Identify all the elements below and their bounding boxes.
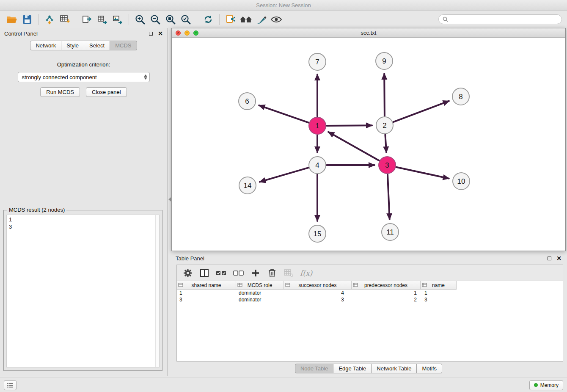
search-input[interactable] bbox=[451, 17, 558, 22]
tab-mcds[interactable]: MCDS bbox=[110, 41, 137, 50]
svg-text:7: 7 bbox=[315, 58, 319, 66]
import-network-button[interactable] bbox=[42, 13, 57, 26]
graph-node-8[interactable]: 8 bbox=[452, 88, 469, 105]
graph-edge-2-3[interactable] bbox=[385, 135, 386, 152]
graph-node-7[interactable]: 7 bbox=[309, 53, 326, 70]
deselect-all-button[interactable] bbox=[233, 268, 244, 279]
tab-select[interactable]: Select bbox=[84, 41, 110, 50]
graph-node-2[interactable]: 2 bbox=[376, 117, 393, 134]
first-neighbors-button[interactable] bbox=[238, 13, 253, 26]
graph-edge-3-10[interactable] bbox=[396, 167, 449, 179]
table-cell: 2 bbox=[352, 297, 421, 303]
result-scrollbar[interactable] bbox=[155, 215, 159, 367]
window-controls: ✕ − + bbox=[176, 30, 198, 36]
save-session-button[interactable] bbox=[19, 13, 35, 26]
graph-node-14[interactable]: 14 bbox=[239, 177, 256, 194]
checked-boxes-icon bbox=[216, 270, 227, 276]
float-panel-icon[interactable] bbox=[149, 32, 153, 36]
run-mcds-button[interactable]: Run MCDS bbox=[40, 87, 80, 97]
tab-style[interactable]: Style bbox=[61, 41, 84, 50]
column-header-name[interactable]: name bbox=[421, 281, 457, 289]
zoom-selected-icon bbox=[180, 14, 191, 25]
delete-table-button[interactable] bbox=[284, 268, 294, 279]
mcds-result-list[interactable]: 13 bbox=[6, 215, 160, 367]
graph-node-3[interactable]: 3 bbox=[379, 157, 396, 174]
column-header-successor-nodes[interactable]: successor nodes bbox=[284, 281, 352, 289]
export-network-button[interactable] bbox=[80, 13, 95, 26]
window-titlebar[interactable]: Session: New Session bbox=[0, 0, 567, 11]
graph-node-10[interactable]: 10 bbox=[453, 173, 470, 190]
graph-node-9[interactable]: 9 bbox=[376, 52, 393, 69]
delete-column-button[interactable] bbox=[267, 268, 277, 279]
import-table-button[interactable] bbox=[57, 13, 72, 26]
network-canvas[interactable]: 7968124314101511 bbox=[172, 38, 565, 251]
refresh-layout-button[interactable] bbox=[201, 13, 216, 26]
minimize-window-icon[interactable]: − bbox=[184, 30, 190, 36]
zoom-fit-button[interactable] bbox=[163, 13, 178, 26]
table-settings-button[interactable] bbox=[183, 268, 193, 279]
clone-network-button[interactable] bbox=[223, 13, 238, 26]
column-header-shared-name[interactable]: shared name bbox=[177, 281, 236, 289]
graph-edge-4-14[interactable] bbox=[260, 168, 308, 182]
graph-node-6[interactable]: 6 bbox=[239, 93, 256, 110]
export-table-icon bbox=[97, 14, 108, 25]
svg-text:1: 1 bbox=[315, 122, 319, 130]
add-column-button[interactable] bbox=[250, 268, 261, 279]
table-tab-network-table[interactable]: Network Table bbox=[372, 364, 417, 373]
optimization-select[interactable]: strongly connected component bbox=[18, 72, 150, 82]
column-header-MCDS-role[interactable]: MCDS role bbox=[236, 281, 284, 289]
memory-button[interactable]: Memory bbox=[529, 380, 563, 390]
graph-node-15[interactable]: 15 bbox=[309, 225, 326, 242]
open-session-button[interactable] bbox=[4, 13, 19, 26]
graph-edge-2-9[interactable] bbox=[384, 74, 385, 116]
show-panels-button[interactable] bbox=[4, 380, 17, 390]
graph-edge-2-8[interactable] bbox=[394, 101, 449, 122]
zoom-out-button[interactable] bbox=[148, 13, 163, 26]
panel-splitter-handle[interactable] bbox=[168, 195, 171, 204]
graph-edge-3-11[interactable] bbox=[388, 174, 390, 219]
tab-network[interactable]: Network bbox=[30, 41, 61, 50]
table-tab-motifs[interactable]: Motifs bbox=[417, 364, 442, 373]
show-columns-button[interactable] bbox=[199, 268, 209, 279]
network-window: ✕ − + scc.txt 7968124314101511 bbox=[171, 28, 566, 251]
column-sort-icon bbox=[285, 283, 290, 287]
close-window-icon[interactable]: ✕ bbox=[176, 30, 181, 36]
graph-edge-1-2[interactable] bbox=[327, 125, 372, 126]
select-all-button[interactable] bbox=[216, 268, 227, 279]
table-tab-edge-table[interactable]: Edge Table bbox=[333, 364, 372, 373]
import-network-icon bbox=[44, 14, 55, 25]
table-row[interactable]: 1dominator411 bbox=[177, 290, 563, 296]
function-builder-button[interactable]: f(x) bbox=[300, 268, 312, 279]
network-window-title: scc.txt bbox=[361, 30, 377, 36]
show-graphics-button[interactable] bbox=[269, 13, 284, 26]
graph-edge-1-6[interactable] bbox=[259, 105, 308, 123]
svg-text:4: 4 bbox=[315, 161, 319, 169]
table-cell: dominator bbox=[236, 290, 284, 296]
graph-node-1[interactable]: 1 bbox=[309, 117, 326, 134]
maximize-window-icon[interactable]: + bbox=[193, 30, 198, 36]
zoom-fit-icon bbox=[165, 14, 176, 25]
graph-node-11[interactable]: 11 bbox=[382, 224, 399, 240]
apply-style-button[interactable] bbox=[253, 13, 269, 26]
zoom-selected-button[interactable] bbox=[178, 13, 193, 26]
disabled-table-icon bbox=[284, 269, 294, 277]
close-panel-button[interactable]: Close panel bbox=[86, 87, 127, 97]
float-table-panel-icon[interactable] bbox=[548, 257, 551, 260]
close-panel-icon[interactable]: ✕ bbox=[158, 30, 163, 36]
control-panel-tabs: NetworkStyleSelectMCDS bbox=[0, 41, 167, 50]
svg-text:10: 10 bbox=[457, 177, 465, 185]
graph-node-4[interactable]: 4 bbox=[309, 157, 326, 174]
export-image-button[interactable] bbox=[110, 13, 125, 26]
zoom-out-icon bbox=[150, 14, 161, 25]
network-window-titlebar[interactable]: ✕ − + scc.txt bbox=[172, 28, 565, 38]
table-row[interactable]: 3dominator323 bbox=[177, 296, 563, 303]
column-header-predecessor-nodes[interactable]: predecessor nodes bbox=[352, 281, 421, 289]
zoom-in-icon bbox=[135, 14, 146, 25]
graph-edge-3-1[interactable] bbox=[328, 132, 379, 161]
zoom-in-button[interactable] bbox=[132, 13, 148, 26]
control-panel-title: Control Panel bbox=[4, 30, 38, 37]
close-table-panel-icon[interactable]: ✕ bbox=[556, 255, 561, 261]
table-tab-node-table[interactable]: Node Table bbox=[295, 364, 334, 373]
table-panel-title: Table Panel bbox=[176, 255, 204, 262]
export-table-button[interactable] bbox=[95, 13, 110, 26]
